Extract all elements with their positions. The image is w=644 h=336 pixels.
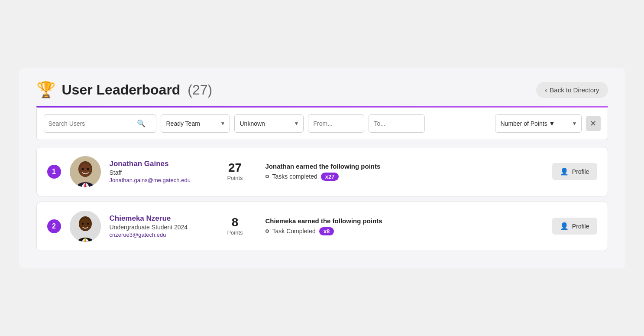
svg-point-6 [81, 168, 84, 170]
rank-badge-2: 2 [47, 219, 61, 233]
points-label-2: Points [214, 229, 257, 236]
points-detail-item-1: Tasks completed x27 [265, 173, 544, 181]
search-wrapper: 🔍 [44, 114, 156, 133]
bullet-icon-1 [265, 175, 269, 178]
sort-filter-wrap: Number of Points ▼ Name Date Joined ▼ [495, 114, 582, 133]
profile-button-2[interactable]: 👤 Profile [552, 218, 597, 235]
points-block-2: 8 Points [214, 216, 257, 236]
sort-filter-select[interactable]: Number of Points ▼ Name Date Joined [495, 114, 582, 133]
svg-point-14 [81, 222, 83, 224]
svg-point-15 [87, 222, 88, 224]
status-filter-wrap: Unknown Active Inactive ▼ [234, 114, 304, 133]
leaderboard-page: 🏆 User Leaderboard (27) ‹ Back to Direct… [19, 68, 625, 268]
clear-filters-button[interactable]: ✕ [586, 116, 601, 131]
rank-badge-1: 1 [47, 165, 61, 179]
points-number-2: 8 [214, 216, 257, 228]
page-title: User Leaderboard (27) [62, 82, 213, 98]
back-button-label: Back to Directory [550, 86, 599, 94]
person-icon-2: 👤 [560, 222, 569, 230]
table-row: 2 [36, 202, 608, 251]
bullet-icon-2 [265, 229, 269, 233]
user-role-2: Undergraduate Student 2024 [110, 224, 205, 231]
svg-point-7 [87, 168, 89, 170]
points-detail-1: Jonathan earned the following points Tas… [265, 163, 544, 181]
range-from-input[interactable] [308, 114, 364, 133]
header-left: 🏆 User Leaderboard (27) [36, 82, 213, 98]
person-icon-1: 👤 [560, 167, 569, 176]
user-role-1: Staff [110, 169, 205, 176]
range-to-input[interactable] [369, 114, 425, 133]
profile-button-label-1: Profile [572, 168, 589, 175]
user-email-2: cnzerue3@gatech.edu [110, 232, 205, 238]
team-filter-select[interactable]: Ready Team All Teams [161, 114, 230, 133]
profile-button-1[interactable]: 👤 Profile [552, 163, 597, 180]
points-detail-text-1: Tasks completed [272, 173, 317, 180]
user-email-1: Jonathan.gains@me.gatech.edu [110, 177, 205, 183]
back-to-directory-button[interactable]: ‹ Back to Directory [536, 82, 608, 98]
status-filter-select[interactable]: Unknown Active Inactive [234, 114, 304, 133]
chevron-left-icon: ‹ [545, 86, 547, 94]
user-info-1: Jonathan Gaines Staff Jonathan.gains@me.… [110, 160, 205, 183]
close-icon: ✕ [590, 119, 596, 128]
user-info-2: Chiemeka Nzerue Undergraduate Student 20… [110, 214, 205, 238]
points-detail-2: Chiemeka earned the following points Tas… [265, 217, 544, 235]
points-detail-title-1: Jonathan earned the following points [265, 163, 544, 170]
points-number-1: 27 [214, 162, 257, 174]
search-button[interactable]: 🔍 [135, 119, 147, 127]
leaderboard-list: 1 [36, 147, 608, 251]
avatar [70, 211, 101, 242]
search-icon: 🔍 [137, 120, 146, 127]
filters-bar: 🔍 Ready Team All Teams ▼ Unknown Active … [36, 108, 608, 140]
profile-button-label-2: Profile [572, 223, 589, 230]
table-row: 1 [36, 147, 608, 196]
points-badge-2: x8 [319, 227, 334, 235]
page-header: 🏆 User Leaderboard (27) ‹ Back to Direct… [36, 82, 608, 98]
user-name-1: Jonathan Gaines [110, 160, 205, 168]
search-input[interactable] [49, 120, 135, 127]
user-name-2: Chiemeka Nzerue [110, 214, 205, 223]
svg-point-13 [80, 219, 91, 231]
team-filter-wrap: Ready Team All Teams ▼ [161, 114, 230, 133]
points-badge-1: x27 [321, 173, 339, 181]
points-detail-text-2: Task Completed [272, 228, 316, 235]
points-detail-title-2: Chiemeka earned the following points [265, 217, 544, 225]
points-block-1: 27 Points [214, 162, 257, 181]
trophy-icon: 🏆 [36, 82, 56, 98]
accent-divider [36, 106, 608, 108]
points-label-1: Points [214, 175, 257, 181]
svg-point-5 [79, 163, 91, 176]
avatar [70, 156, 101, 187]
points-detail-item-2: Task Completed x8 [265, 227, 544, 235]
